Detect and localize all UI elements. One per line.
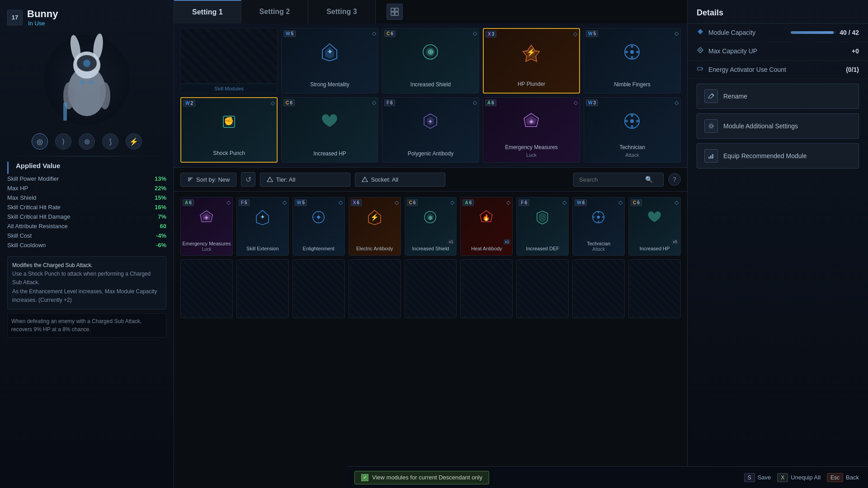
module-increased-hp-eq[interactable]: C 6 ◇ Increased HP [281,97,378,163]
avail-skill-extension[interactable]: F5 ◇ ✦ Skill Extension [236,197,289,256]
tier-filter[interactable]: Tier: All [260,173,350,187]
module-label: HP Plunder [518,81,545,88]
skill-icon-4[interactable]: ⟆ [102,133,118,150]
avail-electric-antibody[interactable]: X6 ◇ ⚡ Electric Antibody [349,197,401,256]
diamond-icon: ◇ [473,30,477,37]
save-button[interactable]: S Save [744,473,771,482]
avail-technician[interactable]: W6 ◇ Technician Attack [572,197,625,256]
skill-modules-slot[interactable]: Skill Modules [180,28,278,94]
empty-slot[interactable] [405,259,457,318]
avail-increased-shield[interactable]: C6 ◇ ⊕ Increased Shield x1 [405,197,457,256]
strong-mentality-icon: ✦ [320,42,340,62]
avail-sub: Luck [202,247,211,252]
svg-text:⚡: ⚡ [527,48,536,56]
module-badge: A6 [462,199,474,206]
svg-rect-13 [395,8,398,11]
in-use-badge: In Use [27,20,58,27]
avail-heat-antibody[interactable]: A6 ◇ 🔥 Heat Antibody x1 [460,197,513,256]
module-hp-plunder[interactable]: X 3 ◇ ⚡ HP Plunder [483,28,580,94]
module-badge: W5 [295,199,307,206]
module-badge-w3: W 3 [586,99,598,106]
empty-slot[interactable] [236,259,289,318]
module-shock-punch[interactable]: W 2 ◇ ✊ Shock Punch [180,97,278,163]
module-polygenic-antibody[interactable]: F 6 ◇ ✦ Polygenic Antibody [382,97,479,163]
stat-crit-rate: Skill Critical Hit Rate 16% [0,202,174,212]
character-name: Bunny [27,8,58,20]
unequip-button[interactable]: X Unequip All [777,473,821,482]
refresh-button[interactable]: ↺ [241,172,255,187]
character-header: 17 Bunny In Use [0,0,174,30]
tab-setting2[interactable]: Setting 2 [241,0,309,23]
module-badge-c6: C 6 [283,99,295,106]
avail-enlightenment[interactable]: W5 ◇ Enlightenment [292,197,345,256]
svg-point-44 [625,120,628,122]
empty-slot[interactable] [628,259,681,318]
skill-icon-3[interactable]: ⊛ [79,133,95,150]
stat-resist: All Attribute Resistance 60 [0,221,174,231]
diamond-icon: ◇ [339,199,343,206]
max-capacity-row: Max Capacity UP +0 [688,42,868,61]
skill-icon-5[interactable]: ⚡ [126,133,142,150]
svg-marker-73 [698,29,703,34]
descendant-filter-checkbox[interactable]: ✓ View modules for current Descendant on… [354,471,489,484]
search-icon[interactable]: 🔍 [645,176,653,183]
description-box: Modifies the Charged Sub Attack. Use a S… [7,256,166,310]
module-label: Polygenic Antibody [408,150,453,158]
module-icon-area: ✊ [219,112,239,132]
details-header: Details [688,0,868,23]
avail-increased-def[interactable]: F6 ◇ Increased DEF [516,197,569,256]
rename-label: Rename [723,93,747,100]
equip-recommended-button[interactable]: Equip Recommended Module [697,143,859,169]
module-icon-area: ✦ [320,42,340,62]
avail-icon: ◈ [198,209,215,229]
recommend-icon [704,149,718,163]
additional-settings-button[interactable]: Module Additional Settings [697,113,859,139]
search-input[interactable] [577,173,645,186]
module-technician-eq[interactable]: W 3 ◇ Technician Attack [584,97,681,163]
empty-slot[interactable] [516,259,569,318]
module-strong-mentality[interactable]: W 5 ◇ ✦ Strong Mentality [281,28,378,94]
module-emergency-measures-eq[interactable]: A 6 ◇ ◈ Emergency Measures Luck [483,97,580,163]
diamond-icon: ◇ [283,199,287,206]
empty-slot[interactable] [572,259,625,318]
rename-button[interactable]: Rename [697,84,859,109]
avail-emergency-measures[interactable]: A6 ◇ ◈ Emergency Measures Luck [180,197,233,256]
capacity-value: 40 / 42 [840,29,859,36]
help-button[interactable]: ? [668,173,681,186]
empty-slot[interactable] [460,259,513,318]
tab-grid-button[interactable] [387,4,403,20]
skill-icon-2[interactable]: ⟩ [55,133,71,150]
module-nimble-fingers[interactable]: W 5 ◇ Nimble Fingers [584,28,681,94]
avail-icon-svg [310,209,327,226]
tab-setting3[interactable]: Setting 3 [308,0,376,23]
capacity-bar-container: 40 / 42 [791,29,859,36]
diamond-icon: ◇ [450,199,454,206]
svg-text:🔥: 🔥 [482,214,490,221]
svg-point-42 [631,114,633,117]
module-increased-shield[interactable]: C 6 ◇ ⊕ Increased Shield [382,28,479,94]
description-secondary: When defeating an enemy with a Charged S… [11,317,162,333]
tab-setting1[interactable]: Setting 1 [174,0,241,23]
empty-slot[interactable] [349,259,401,318]
diamond-icon: ◇ [574,99,578,106]
back-button[interactable]: Esc Back [827,473,859,482]
empty-slot[interactable] [292,259,345,318]
skill-icon-1[interactable]: ◎ [32,133,48,150]
avail-increased-hp[interactable]: C6 ◇ Increased HP x5 [628,197,681,256]
svg-point-45 [636,120,639,122]
rename-icon [704,89,718,103]
svg-marker-49 [267,177,273,182]
svg-marker-50 [362,177,368,182]
applied-value-header: Applied Value [7,162,174,174]
chart-icon [708,152,715,160]
socket-filter[interactable]: Socket: All [355,173,445,187]
empty-slot[interactable] [180,259,233,318]
max-capacity-icon [697,47,704,56]
sort-button[interactable]: Sort by: New [180,173,236,187]
diamond-icon: ◇ [473,99,477,106]
svg-text:⊕: ⊕ [428,215,433,221]
svg-rect-76 [698,67,702,70]
avail-icon-svg [590,209,607,226]
module-capacity-row: Module Capacity 40 / 42 [688,23,868,42]
tier-label: Tier: All [276,176,295,183]
